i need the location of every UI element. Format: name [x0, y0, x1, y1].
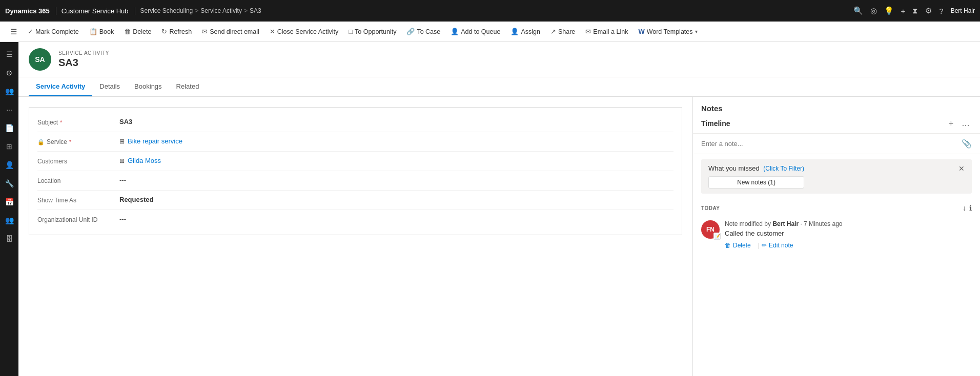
hamburger-button[interactable]: ☰ [4, 22, 23, 42]
sidebar-item-reports[interactable]: 📄 [1, 120, 17, 136]
book-button[interactable]: 📋 Book [84, 22, 119, 42]
record-type: SERVICE ACTIVITY [58, 50, 109, 56]
settings-icon[interactable]: ⚙ [925, 6, 932, 15]
tab-details[interactable]: Details [92, 77, 127, 96]
assign-button[interactable]: 👤 Assign [505, 22, 545, 42]
sidebar-item-tools[interactable]: 🔧 [1, 175, 17, 192]
service-value: ⊞ Bike repair service [119, 137, 673, 145]
close-banner-button[interactable]: ✕ [958, 164, 965, 173]
new-notes-button[interactable]: New notes (1) [708, 176, 804, 189]
subject-label: Subject * [37, 118, 119, 126]
sidebar-item-home[interactable]: ⊙ [1, 65, 17, 81]
sidebar-item-group[interactable]: 👥 [1, 212, 17, 228]
lock-icon: 🔒 [37, 139, 45, 145]
edit-note-button[interactable]: ✏ Edit note [762, 242, 798, 249]
filter-icon[interactable]: ⧗ [912, 6, 918, 15]
to-opportunity-button[interactable]: □ To Opportunity [343, 22, 401, 42]
service-link[interactable]: Bike repair service [128, 137, 182, 145]
target-icon[interactable]: ◎ [870, 6, 877, 15]
note-input[interactable] [701, 140, 962, 148]
delete-note-button[interactable]: 🗑 Delete [725, 242, 756, 249]
book-icon: 📋 [89, 28, 97, 35]
user-name[interactable]: Bert Hair [951, 7, 975, 14]
missed-banner: What you missed (Click To Filter) New no… [701, 159, 972, 194]
note-text: Called the customer [725, 229, 972, 237]
sidebar-item-grid[interactable]: ⊞ [1, 138, 17, 155]
click-filter-link[interactable]: (Click To Filter) [763, 165, 804, 172]
show-time-as-label: Show Time As [37, 196, 119, 204]
delete-button[interactable]: 🗑 Delete [119, 22, 156, 42]
customers-link[interactable]: Gilda Moss [128, 157, 161, 164]
service-required: * [69, 139, 71, 145]
sidebar-item-menu[interactable]: ☰ [1, 46, 17, 62]
main-layout: ☰ ⊙ 👥 ··· 📄 ⊞ 👤 🔧 📅 👥 🗄 SA SERVICE ACTIV… [0, 42, 980, 376]
attach-icon[interactable]: 📎 [962, 139, 972, 149]
note-card: FN 📝 Note modified by Bert Hair · 7 Minu… [701, 215, 972, 254]
note-action-separator: | [758, 241, 760, 249]
page-header: SA SERVICE ACTIVITY SA3 [18, 42, 980, 77]
today-label: TODAY ↓ ℹ [701, 199, 972, 215]
sidebar-item-person[interactable]: 👤 [1, 157, 17, 173]
dynamics-logo[interactable]: Dynamics 365 [5, 7, 56, 15]
timeline-header: Timeline + … [693, 115, 980, 134]
share-button[interactable]: ↗ Share [545, 22, 580, 42]
word-templates-button[interactable]: W Word Templates ▾ [633, 22, 702, 42]
assign-icon: 👤 [511, 28, 519, 35]
split-pane: Subject * SA3 🔒 Service * ⊞ [18, 97, 980, 376]
timeline-actions: + … [947, 118, 972, 129]
to-case-label: To Case [417, 28, 440, 35]
breadcrumb-part1[interactable]: Service Scheduling [140, 7, 193, 14]
sidebar-item-database[interactable]: 🗄 [1, 231, 17, 247]
sidebar-item-calendar[interactable]: 📅 [1, 194, 17, 210]
today-actions: ↓ ℹ [963, 204, 972, 212]
show-time-as-value[interactable]: Requested [119, 196, 673, 203]
mark-complete-button[interactable]: ✓ Mark Complete [23, 22, 84, 42]
location-value[interactable]: --- [119, 176, 673, 184]
tab-related[interactable]: Related [169, 77, 207, 96]
sidebar-item-people[interactable]: 👥 [1, 83, 17, 99]
tab-service-activity[interactable]: Service Activity [29, 77, 92, 96]
command-bar: ☰ ✓ Mark Complete 📋 Book 🗑 Delete ↻ Refr… [0, 22, 980, 42]
share-label: Share [558, 28, 575, 35]
subject-value[interactable]: SA3 [119, 118, 673, 126]
customers-field-icon: ⊞ [119, 157, 125, 164]
info-button[interactable]: ℹ [969, 204, 972, 212]
service-label: 🔒 Service * [37, 137, 119, 145]
note-time: 7 Minutes ago [804, 220, 842, 227]
check-icon: ✓ [28, 28, 33, 35]
lightbulb-icon[interactable]: 💡 [884, 6, 894, 15]
note-meta: Note modified by Bert Hair · 7 Minutes a… [725, 220, 972, 227]
email-a-link-button[interactable]: ✉ Email a Link [580, 22, 633, 42]
notes-pane: Notes Timeline + … 📎 What you [693, 97, 980, 376]
sidebar-item-more[interactable]: ··· [1, 101, 17, 118]
to-case-button[interactable]: 🔗 To Case [401, 22, 445, 42]
breadcrumb-part2[interactable]: Service Activity [200, 7, 242, 14]
record-icon-letter: SA [35, 55, 45, 64]
tab-bookings[interactable]: Bookings [127, 77, 169, 96]
sort-down-button[interactable]: ↓ [963, 204, 966, 212]
form-row-show-time-as: Show Time As Requested [37, 191, 673, 210]
help-icon[interactable]: ? [939, 7, 943, 15]
add-icon[interactable]: + [901, 7, 906, 15]
refresh-icon: ↻ [161, 28, 167, 35]
send-direct-email-button[interactable]: ✉ Send direct email [197, 22, 264, 42]
search-icon[interactable]: 🔍 [853, 6, 863, 15]
org-unit-value[interactable]: --- [119, 215, 673, 223]
breadcrumb: Service Scheduling > Service Activity > … [140, 7, 853, 14]
case-icon: 🔗 [406, 28, 415, 35]
close-service-activity-label: Close Service Activity [277, 28, 338, 35]
form-row-customers: Customers ⊞ Gilda Moss [37, 152, 673, 171]
add-timeline-button[interactable]: + [947, 118, 955, 129]
tab-navigation: Service Activity Details Bookings Relate… [18, 77, 980, 97]
note-author: Bert Hair [772, 220, 799, 227]
add-to-queue-button[interactable]: 👤 Add to Queue [445, 22, 505, 42]
note-avatar: FN 📝 [701, 220, 720, 239]
location-label: Location [37, 176, 119, 184]
breadcrumb-part3: SA3 [250, 7, 261, 14]
app-name[interactable]: Customer Service Hub [62, 7, 135, 15]
form-row-service: 🔒 Service * ⊞ Bike repair service [37, 132, 673, 152]
dropdown-chevron-icon: ▾ [695, 29, 698, 34]
close-service-activity-button[interactable]: ✕ Close Service Activity [264, 22, 343, 42]
more-timeline-button[interactable]: … [959, 118, 972, 129]
refresh-button[interactable]: ↻ Refresh [156, 22, 197, 42]
